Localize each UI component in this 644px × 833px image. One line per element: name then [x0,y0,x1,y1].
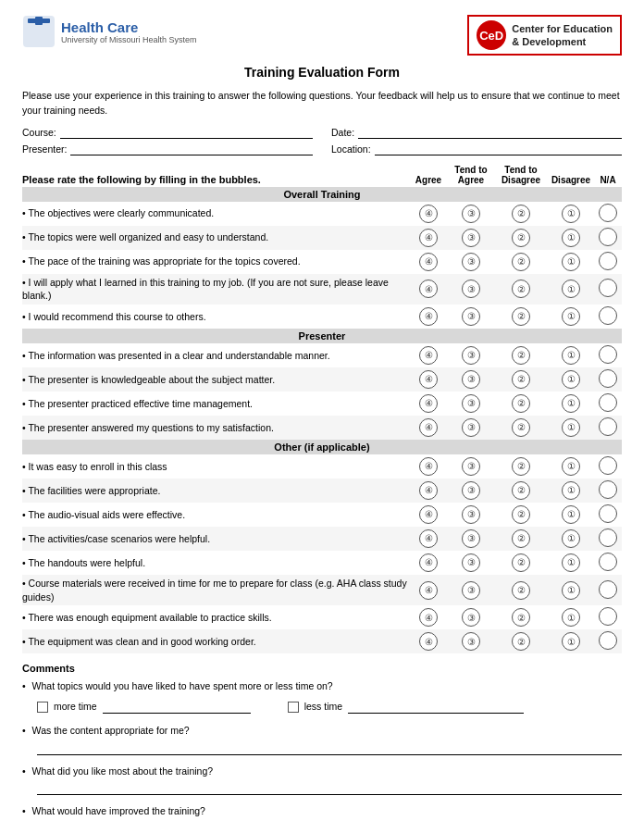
tend_agree-bubble[interactable]: ③ [448,605,494,629]
tend_disagree-bubble[interactable]: ② [494,367,548,392]
tend_disagree-bubble[interactable]: ② [494,343,548,367]
tend_disagree-bubble[interactable]: ② [494,605,548,629]
agree-bubble[interactable]: ④ [409,367,448,392]
tend_agree-bubble[interactable]: ③ [448,479,494,503]
na-bubble[interactable] [594,343,622,367]
agree-bubble[interactable]: ④ [409,454,448,479]
disagree-bubble[interactable]: ① [548,527,594,551]
disagree-bubble[interactable]: ① [548,343,594,367]
agree-bubble[interactable]: ④ [409,274,448,305]
tend_disagree-bubble[interactable]: ② [494,392,548,416]
less-time-checkbox[interactable] [288,702,299,713]
instruction-header: Please rate the following by filling in … [22,163,409,187]
disagree-bubble[interactable]: ① [548,202,594,226]
agree-bubble[interactable]: ④ [409,629,448,653]
disagree-bubble[interactable]: ① [548,479,594,503]
svg-rect-2 [35,17,43,25]
agree-bubble[interactable]: ④ [409,527,448,551]
tend_disagree-bubble[interactable]: ② [494,274,548,305]
agree-bubble[interactable]: ④ [409,551,448,575]
disagree-bubble[interactable]: ① [548,274,594,305]
more-time-input[interactable] [103,701,251,714]
disagree-bubble[interactable]: ① [548,305,594,329]
na-bubble[interactable] [594,274,622,305]
tend_disagree-bubble[interactable]: ② [494,527,548,551]
na-bubble[interactable] [594,575,622,605]
location-input[interactable] [375,143,622,155]
tend_agree-bubble[interactable]: ③ [448,416,494,440]
tend_disagree-bubble[interactable]: ② [494,454,548,479]
na-bubble[interactable] [594,551,622,575]
disagree-bubble[interactable]: ① [548,503,594,527]
disagree-bubble[interactable]: ① [548,250,594,274]
tend_disagree-bubble[interactable]: ② [494,551,548,575]
presenter-input[interactable] [70,143,313,155]
tend_disagree-bubble[interactable]: ② [494,479,548,503]
tend_disagree-bubble[interactable]: ② [494,250,548,274]
tend_disagree-bubble[interactable]: ② [494,629,548,653]
more-time-checkbox[interactable] [37,702,48,713]
na-bubble[interactable] [594,503,622,527]
disagree-bubble[interactable]: ① [548,629,594,653]
na-bubble[interactable] [594,250,622,274]
tend_disagree-bubble[interactable]: ② [494,503,548,527]
table-row: • The presenter practiced effective time… [22,392,622,416]
na-bubble[interactable] [594,305,622,329]
tend_disagree-bubble[interactable]: ② [494,575,548,605]
tend_agree-bubble[interactable]: ③ [448,629,494,653]
agree-bubble[interactable]: ④ [409,605,448,629]
course-input[interactable] [60,126,313,139]
na-bubble[interactable] [594,454,622,479]
disagree-bubble[interactable]: ① [548,575,594,605]
agree-bubble[interactable]: ④ [409,392,448,416]
tend_disagree-bubble[interactable]: ② [494,226,548,250]
presenter-label: Presenter: [22,143,67,155]
na-bubble[interactable] [594,629,622,653]
agree-bubble[interactable]: ④ [409,305,448,329]
answer-line-4a[interactable] [37,823,622,833]
agree-bubble[interactable]: ④ [409,226,448,250]
disagree-bubble[interactable]: ① [548,454,594,479]
answer-line-3[interactable] [37,782,622,795]
tend_agree-bubble[interactable]: ③ [448,575,494,605]
less-time-input[interactable] [348,701,524,714]
agree-bubble[interactable]: ④ [409,343,448,367]
tend_agree-bubble[interactable]: ③ [448,305,494,329]
disagree-bubble[interactable]: ① [548,605,594,629]
tend_disagree-bubble[interactable]: ② [494,305,548,329]
na-bubble[interactable] [594,416,622,440]
na-bubble[interactable] [594,605,622,629]
agree-bubble[interactable]: ④ [409,575,448,605]
disagree-bubble[interactable]: ① [548,392,594,416]
tend_agree-bubble[interactable]: ③ [448,367,494,392]
tend_agree-bubble[interactable]: ③ [448,250,494,274]
answer-line-2[interactable] [37,742,622,755]
na-bubble[interactable] [594,527,622,551]
na-bubble[interactable] [594,202,622,226]
na-bubble[interactable] [594,367,622,392]
tend_agree-bubble[interactable]: ③ [448,527,494,551]
date-input[interactable] [358,126,622,139]
disagree-bubble[interactable]: ① [548,226,594,250]
tend_agree-bubble[interactable]: ③ [448,392,494,416]
disagree-bubble[interactable]: ① [548,551,594,575]
tend_agree-bubble[interactable]: ③ [448,226,494,250]
tend_agree-bubble[interactable]: ③ [448,454,494,479]
agree-bubble[interactable]: ④ [409,479,448,503]
disagree-bubble[interactable]: ① [548,367,594,392]
na-bubble[interactable] [594,479,622,503]
tend_agree-bubble[interactable]: ③ [448,274,494,305]
agree-bubble[interactable]: ④ [409,503,448,527]
disagree-bubble[interactable]: ① [548,416,594,440]
agree-bubble[interactable]: ④ [409,416,448,440]
tend_agree-bubble[interactable]: ③ [448,551,494,575]
tend_agree-bubble[interactable]: ③ [448,343,494,367]
tend_disagree-bubble[interactable]: ② [494,416,548,440]
agree-bubble[interactable]: ④ [409,250,448,274]
agree-bubble[interactable]: ④ [409,202,448,226]
tend_disagree-bubble[interactable]: ② [494,202,548,226]
tend_agree-bubble[interactable]: ③ [448,202,494,226]
na-bubble[interactable] [594,392,622,416]
tend_agree-bubble[interactable]: ③ [448,503,494,527]
na-bubble[interactable] [594,226,622,250]
